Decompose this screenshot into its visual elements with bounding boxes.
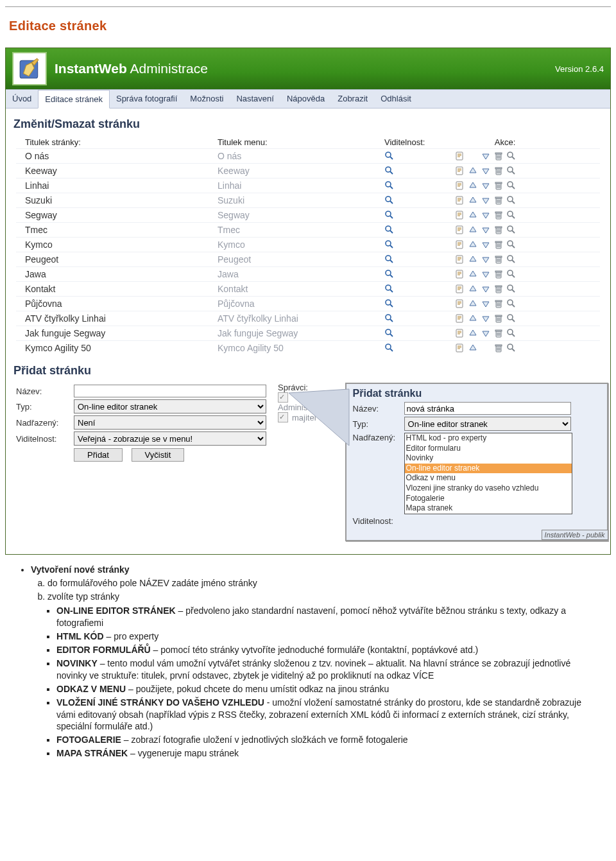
preview-icon[interactable] bbox=[506, 210, 517, 220]
edit-icon[interactable] bbox=[455, 166, 465, 176]
move-up-icon[interactable] bbox=[468, 299, 478, 309]
menu-item[interactable]: Nápověda bbox=[280, 90, 331, 108]
delete-icon[interactable] bbox=[493, 343, 504, 353]
listbox-option[interactable]: Vlozeni jine stranky do vaseho vzhledu bbox=[405, 483, 572, 494]
preview-icon[interactable] bbox=[506, 180, 517, 191]
preview-icon[interactable] bbox=[506, 284, 517, 294]
edit-icon[interactable] bbox=[455, 151, 465, 161]
edit-icon[interactable] bbox=[455, 239, 465, 250]
visibility-icon[interactable] bbox=[384, 299, 395, 309]
move-down-icon[interactable] bbox=[481, 180, 491, 191]
visibility-icon[interactable] bbox=[384, 313, 395, 324]
visibility-icon[interactable] bbox=[384, 151, 395, 161]
visibility-icon[interactable] bbox=[384, 284, 395, 294]
delete-icon[interactable] bbox=[493, 166, 504, 176]
delete-icon[interactable] bbox=[493, 239, 504, 250]
name-input[interactable] bbox=[74, 385, 266, 397]
move-up-icon[interactable] bbox=[468, 195, 478, 205]
listbox-option[interactable]: Editor formularu bbox=[405, 444, 572, 454]
visibility-icon[interactable] bbox=[384, 239, 395, 250]
parent-select[interactable]: Není bbox=[74, 415, 266, 430]
menu-item[interactable]: Úvod bbox=[6, 90, 38, 108]
callout-listbox[interactable]: HTML kod - pro expertyEditor formularuNo… bbox=[404, 433, 572, 514]
visibility-icon[interactable] bbox=[384, 254, 395, 265]
move-down-icon[interactable] bbox=[481, 225, 491, 235]
listbox-option[interactable]: HTML kod - pro experty bbox=[405, 433, 572, 444]
type-select[interactable]: On-line editor stranek bbox=[74, 399, 266, 413]
visibility-icon[interactable] bbox=[384, 328, 395, 338]
move-up-icon[interactable] bbox=[468, 225, 478, 235]
edit-icon[interactable] bbox=[455, 254, 465, 265]
callout-name-input[interactable] bbox=[404, 402, 571, 415]
move-up-icon[interactable] bbox=[468, 269, 478, 279]
delete-icon[interactable] bbox=[493, 313, 504, 324]
menu-item[interactable]: Odhlásit bbox=[374, 90, 418, 108]
move-down-icon[interactable] bbox=[481, 166, 491, 176]
listbox-option[interactable]: Mapa stranek bbox=[405, 503, 572, 514]
visibility-icon[interactable] bbox=[384, 166, 395, 176]
visibility-icon[interactable] bbox=[384, 195, 395, 205]
preview-icon[interactable] bbox=[506, 239, 517, 250]
listbox-option[interactable]: On-line editor stranek bbox=[405, 464, 572, 474]
menu-item[interactable]: Možnosti bbox=[184, 90, 230, 108]
visibility-icon[interactable] bbox=[384, 225, 395, 235]
edit-icon[interactable] bbox=[455, 328, 465, 338]
preview-icon[interactable] bbox=[506, 328, 517, 338]
menu-item[interactable]: Zobrazit bbox=[331, 90, 374, 108]
edit-icon[interactable] bbox=[455, 299, 465, 309]
move-up-icon[interactable] bbox=[468, 210, 478, 220]
edit-icon[interactable] bbox=[455, 195, 465, 205]
delete-icon[interactable] bbox=[493, 269, 504, 279]
delete-icon[interactable] bbox=[493, 195, 504, 205]
edit-icon[interactable] bbox=[455, 269, 465, 279]
move-down-icon[interactable] bbox=[481, 313, 491, 324]
visibility-icon[interactable] bbox=[384, 343, 395, 353]
preview-icon[interactable] bbox=[506, 343, 517, 353]
move-down-icon[interactable] bbox=[481, 151, 491, 161]
preview-icon[interactable] bbox=[506, 166, 517, 176]
visibility-icon[interactable] bbox=[384, 210, 395, 220]
delete-icon[interactable] bbox=[493, 225, 504, 235]
delete-icon[interactable] bbox=[493, 151, 504, 161]
move-up-icon[interactable] bbox=[468, 328, 478, 338]
move-down-icon[interactable] bbox=[481, 239, 491, 250]
move-down-icon[interactable] bbox=[481, 269, 491, 279]
preview-icon[interactable] bbox=[506, 269, 517, 279]
edit-icon[interactable] bbox=[455, 225, 465, 235]
move-up-icon[interactable] bbox=[468, 239, 478, 250]
checkbox[interactable] bbox=[278, 392, 288, 403]
delete-icon[interactable] bbox=[493, 284, 504, 294]
visibility-select[interactable]: Veřejná - zobrazuje se v menu! bbox=[74, 431, 266, 446]
move-down-icon[interactable] bbox=[481, 284, 491, 294]
move-up-icon[interactable] bbox=[468, 254, 478, 265]
edit-icon[interactable] bbox=[455, 180, 465, 191]
move-down-icon[interactable] bbox=[481, 254, 491, 265]
visibility-icon[interactable] bbox=[384, 180, 395, 191]
preview-icon[interactable] bbox=[506, 195, 517, 205]
move-down-icon[interactable] bbox=[481, 328, 491, 338]
listbox-option[interactable]: Novinky bbox=[405, 453, 572, 464]
menu-item[interactable]: Nastavení bbox=[230, 90, 280, 108]
edit-icon[interactable] bbox=[455, 343, 465, 353]
move-up-icon[interactable] bbox=[468, 343, 478, 353]
delete-icon[interactable] bbox=[493, 180, 504, 191]
listbox-option[interactable]: Odkaz v menu bbox=[405, 473, 572, 483]
move-up-icon[interactable] bbox=[468, 313, 478, 324]
preview-icon[interactable] bbox=[506, 299, 517, 309]
delete-icon[interactable] bbox=[493, 254, 504, 265]
add-button[interactable]: Přidat bbox=[74, 448, 123, 462]
move-up-icon[interactable] bbox=[468, 166, 478, 176]
preview-icon[interactable] bbox=[506, 254, 517, 265]
callout-type-select[interactable]: On-line editor stranek bbox=[404, 417, 571, 431]
preview-icon[interactable] bbox=[506, 151, 517, 161]
delete-icon[interactable] bbox=[493, 210, 504, 220]
visibility-icon[interactable] bbox=[384, 269, 395, 279]
menu-item[interactable]: Správa fotografií bbox=[110, 90, 184, 108]
move-up-icon[interactable] bbox=[468, 284, 478, 294]
move-down-icon[interactable] bbox=[481, 195, 491, 205]
move-down-icon[interactable] bbox=[481, 299, 491, 309]
preview-icon[interactable] bbox=[506, 225, 517, 235]
delete-icon[interactable] bbox=[493, 328, 504, 338]
edit-icon[interactable] bbox=[455, 284, 465, 294]
preview-icon[interactable] bbox=[506, 313, 517, 324]
